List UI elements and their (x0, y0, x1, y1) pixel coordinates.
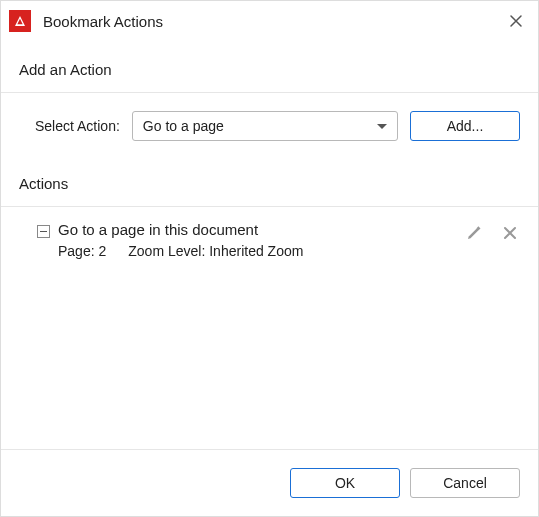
action-title: Go to a page in this document (58, 221, 464, 238)
select-action-dropdown[interactable]: Go to a page (132, 111, 398, 141)
action-tools (464, 221, 538, 243)
add-action-heading: Add an Action (19, 61, 520, 78)
action-page: Page: 2 (58, 243, 106, 259)
action-zoom: Zoom Level: Inherited Zoom (128, 243, 303, 259)
action-text: Go to a page in this document Page: 2 Zo… (58, 221, 464, 259)
delete-icon[interactable] (500, 223, 520, 243)
ok-button[interactable]: OK (290, 468, 400, 498)
cancel-button[interactable]: Cancel (410, 468, 520, 498)
close-icon[interactable] (504, 9, 528, 33)
actions-section: Actions (1, 141, 538, 192)
minus-icon (40, 231, 47, 233)
dialog-footer: OK Cancel (1, 449, 538, 516)
collapse-toggle[interactable] (37, 225, 50, 238)
add-action-section: Add an Action (1, 41, 538, 78)
select-action-row: Select Action: Go to a page Add... (1, 93, 538, 141)
titlebar: Bookmark Actions (1, 1, 538, 41)
action-item: Go to a page in this document Page: 2 Zo… (1, 207, 538, 259)
select-action-label: Select Action: (35, 118, 120, 134)
add-button[interactable]: Add... (410, 111, 520, 141)
actions-list: Go to a page in this document Page: 2 Zo… (1, 207, 538, 449)
app-icon (9, 10, 31, 32)
chevron-down-icon (377, 124, 387, 129)
select-action-value: Go to a page (143, 118, 224, 134)
window-title: Bookmark Actions (43, 13, 492, 30)
edit-icon[interactable] (464, 223, 484, 243)
actions-heading: Actions (19, 175, 520, 192)
action-details: Page: 2 Zoom Level: Inherited Zoom (58, 243, 464, 259)
